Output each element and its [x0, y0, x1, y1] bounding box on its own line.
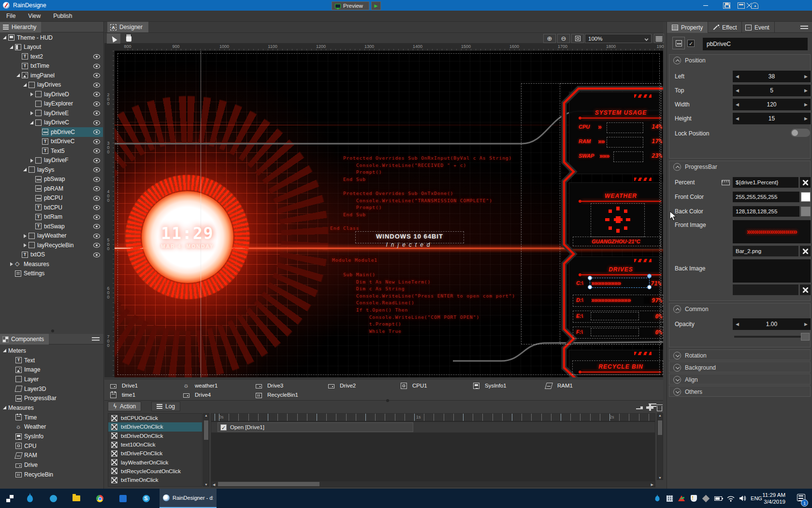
cloud-upload-icon[interactable]	[751, 2, 758, 9]
tree-item-text5[interactable]: Text5	[0, 146, 103, 156]
tray-defender-icon[interactable]	[689, 489, 698, 508]
visibility-eye-icon[interactable]	[93, 102, 100, 106]
increment-icon[interactable]: ▶	[804, 74, 808, 79]
panel-splitter-handle[interactable]	[386, 399, 389, 402]
tray-language[interactable]: ENG	[749, 489, 764, 508]
window-icon[interactable]	[738, 2, 745, 9]
bar-item-time1[interactable]: time1	[110, 390, 135, 399]
components-group-meters[interactable]: Meters	[0, 346, 103, 356]
component-progressbar[interactable]: ProgressBar	[0, 393, 103, 403]
visibility-eye-icon[interactable]	[93, 215, 100, 220]
visibility-eye-icon[interactable]	[93, 54, 100, 59]
collapsed-arrow-icon[interactable]	[29, 156, 35, 165]
hud-injected-text[interactable]: Injected	[355, 241, 464, 248]
components-menu-icon[interactable]	[92, 337, 100, 341]
collapsed-arrow-icon[interactable]	[9, 259, 15, 269]
collapsed-arrow-icon[interactable]	[29, 90, 35, 99]
action-item[interactable]: txtTimeOnClick	[108, 476, 202, 484]
pan-tool-button[interactable]	[122, 33, 135, 44]
bar-item-recyclebin1[interactable]: RecycleBin1	[256, 390, 298, 399]
visibility-eye-icon[interactable]	[93, 205, 100, 210]
expanded-arrow-icon[interactable]	[22, 80, 29, 90]
back-image-filename[interactable]	[733, 284, 798, 295]
selection-handle[interactable]	[588, 276, 592, 280]
taskbar-chrome-icon[interactable]	[93, 492, 106, 505]
tree-item-laydrives[interactable]: layDrives	[0, 80, 103, 90]
designer-tab[interactable]: Designer	[107, 22, 148, 32]
action-item[interactable]: txtDriveDOnClick	[108, 432, 202, 440]
save-icon[interactable]	[723, 2, 730, 9]
grid-toggle-button[interactable]	[654, 34, 664, 43]
visibility-eye-icon[interactable]	[93, 73, 100, 78]
tree-item-laydrivec[interactable]: layDriveC	[0, 118, 103, 128]
add-event-icon[interactable]	[646, 404, 653, 411]
tree-item-laydrivef[interactable]: layDriveF	[0, 156, 103, 165]
bar-item-drive4[interactable]: Drive4	[183, 390, 211, 399]
components-group-measures[interactable]: Measures	[0, 403, 103, 413]
back-color-input[interactable]: 128,128,128,255	[733, 206, 799, 217]
expanded-arrow-icon[interactable]	[9, 43, 15, 52]
tree-item-txttime[interactable]: txtTime	[0, 61, 103, 71]
link-keyframe-icon[interactable]	[636, 405, 643, 409]
increment-icon[interactable]: ▶	[804, 116, 808, 121]
timeline-event-open-drive1[interactable]: ✓ Open [Drive1]	[218, 422, 413, 432]
visibility-eye-icon[interactable]	[93, 253, 100, 257]
hud-clock-date[interactable]: MAR 4, MONDAY	[144, 243, 231, 249]
tree-item-pbcpu[interactable]: pbCPU	[0, 194, 103, 203]
delete-event-icon[interactable]	[657, 406, 662, 411]
design-canvas[interactable]: 11:29 MAR 4, MONDAY Protected Overrides …	[115, 51, 663, 377]
back-image-preview[interactable]	[733, 259, 811, 283]
action-list-scrollbar[interactable]: ▲▼	[203, 413, 209, 487]
visibility-eye-icon[interactable]	[93, 224, 100, 229]
clear-front-image-button[interactable]	[800, 246, 811, 256]
visibility-eye-icon[interactable]	[93, 83, 100, 88]
tree-item-layrecyclebin[interactable]: layRecycleBin	[0, 240, 103, 250]
selection-handle[interactable]	[647, 285, 652, 289]
action-item-selected[interactable]: txtDriveCOnClick	[108, 422, 202, 431]
tray-diamond-icon[interactable]	[701, 489, 710, 508]
bar-item-drive3[interactable]: Drive3	[256, 381, 283, 390]
opacity-slider-track[interactable]	[734, 336, 808, 338]
tree-item-text2[interactable]: text2	[0, 52, 103, 61]
component-image[interactable]: Image	[0, 365, 103, 374]
start-button[interactable]	[6, 495, 14, 502]
component-weather[interactable]: Weather	[0, 422, 103, 432]
taskbar-edge-icon[interactable]	[46, 492, 60, 505]
bar-item-ram1[interactable]: RAM1	[546, 381, 573, 390]
collapse-chevron-icon[interactable]	[673, 163, 681, 171]
front-color-swatch[interactable]	[801, 192, 811, 202]
panel-menu-icon[interactable]	[800, 26, 808, 30]
expanded-arrow-icon[interactable]	[2, 403, 8, 413]
expanded-arrow-icon[interactable]	[2, 33, 8, 43]
visibility-eye-icon[interactable]	[93, 196, 100, 201]
percent-input[interactable]: ${drive1.Percent}	[733, 177, 798, 188]
taskbar-skype-icon[interactable]: S	[139, 492, 153, 505]
menu-publish[interactable]: Publish	[47, 11, 78, 21]
hierarchy-tab[interactable]: Hierarchy	[0, 22, 41, 32]
tree-item-txtos[interactable]: txtOS	[0, 250, 103, 260]
component-time[interactable]: Time	[0, 413, 103, 422]
action-item[interactable]: text10OnClick	[108, 440, 202, 449]
tree-item-pbswap[interactable]: pbSwap	[0, 175, 103, 184]
component-layer3d[interactable]: Layer3D	[0, 384, 103, 394]
tree-item-measures[interactable]: Measures	[0, 259, 103, 269]
visibility-eye-icon[interactable]	[93, 111, 100, 116]
tab-effect[interactable]: Effect	[709, 22, 742, 33]
bar-item-drive1[interactable]: Drive1	[110, 381, 138, 390]
visibility-eye-icon[interactable]	[93, 177, 100, 182]
expand-chevron-icon[interactable]	[673, 376, 681, 384]
collapsed-arrow-icon[interactable]	[22, 240, 29, 250]
expanded-arrow-icon[interactable]	[15, 71, 22, 80]
opacity-slider-knob[interactable]	[801, 333, 810, 341]
decrement-icon[interactable]: ◀	[736, 102, 739, 107]
tray-wifi-icon[interactable]	[726, 489, 736, 508]
bar-item-weather1[interactable]: weather1	[183, 381, 218, 390]
taskbar-folder-icon[interactable]	[70, 492, 83, 505]
event-checkbox[interactable]: ✓	[220, 424, 227, 431]
clear-back-image-button[interactable]	[800, 284, 811, 295]
zoom-out-button[interactable]: ⊖	[557, 34, 570, 43]
increment-icon[interactable]: ▶	[804, 322, 808, 327]
zoom-level-select[interactable]: 100%	[585, 34, 652, 43]
tree-item-imgpanel[interactable]: imgPanel	[0, 71, 103, 80]
menu-file[interactable]: File	[0, 11, 22, 21]
